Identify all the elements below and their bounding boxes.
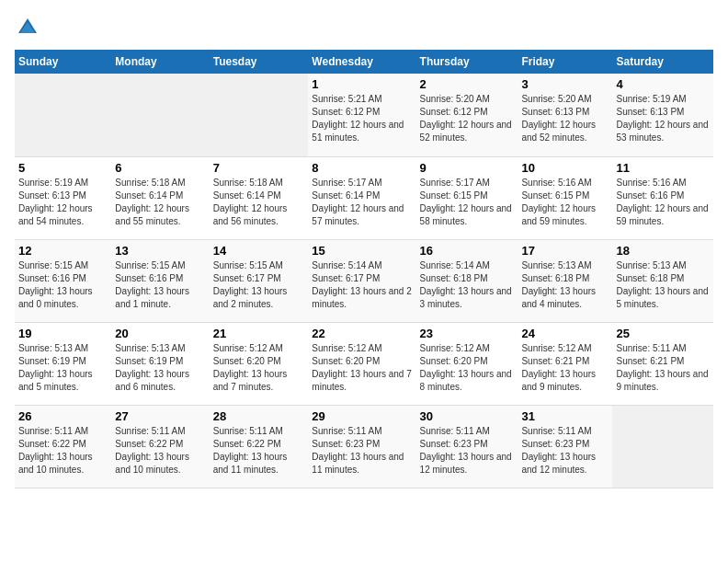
logo-icon <box>15 15 40 40</box>
day-number: 10 <box>521 161 609 175</box>
day-sunrise: Sunrise: 5:11 AMSunset: 6:22 PMDaylight:… <box>115 426 189 475</box>
day-number: 15 <box>312 244 412 258</box>
logo <box>15 15 44 40</box>
day-number: 31 <box>521 409 609 423</box>
day-number: 29 <box>312 409 412 423</box>
calendar-week-row: 19 Sunrise: 5:13 AMSunset: 6:19 PMDaylig… <box>15 322 713 405</box>
day-number: 18 <box>616 244 710 258</box>
day-number: 9 <box>420 161 515 175</box>
calendar-cell: 25 Sunrise: 5:11 AMSunset: 6:21 PMDaylig… <box>612 322 713 405</box>
calendar-week-row: 26 Sunrise: 5:11 AMSunset: 6:22 PMDaylig… <box>15 405 713 488</box>
calendar-week-row: 1 Sunrise: 5:21 AMSunset: 6:12 PMDayligh… <box>15 74 713 156</box>
page-header <box>15 15 713 40</box>
header-friday: Friday <box>518 50 612 74</box>
day-number: 13 <box>115 244 205 258</box>
calendar-cell: 4 Sunrise: 5:19 AMSunset: 6:13 PMDayligh… <box>612 74 713 156</box>
calendar-cell: 21 Sunrise: 5:12 AMSunset: 6:20 PMDaylig… <box>210 322 309 405</box>
calendar-cell: 8 Sunrise: 5:17 AMSunset: 6:14 PMDayligh… <box>308 156 415 239</box>
calendar-cell <box>612 405 713 488</box>
day-number: 22 <box>312 327 412 340</box>
day-sunrise: Sunrise: 5:12 AMSunset: 6:20 PMDaylight:… <box>312 343 411 392</box>
calendar-cell <box>111 74 209 156</box>
day-sunrise: Sunrise: 5:12 AMSunset: 6:21 PMDaylight:… <box>521 343 596 392</box>
day-number: 6 <box>115 161 205 175</box>
calendar-cell: 7 Sunrise: 5:18 AMSunset: 6:14 PMDayligh… <box>210 156 309 239</box>
day-sunrise: Sunrise: 5:12 AMSunset: 6:20 PMDaylight:… <box>213 343 288 392</box>
calendar-cell: 17 Sunrise: 5:13 AMSunset: 6:18 PMDaylig… <box>518 239 612 322</box>
day-sunrise: Sunrise: 5:17 AMSunset: 6:15 PMDaylight:… <box>420 178 512 226</box>
header-monday: Monday <box>111 50 209 74</box>
calendar-cell: 24 Sunrise: 5:12 AMSunset: 6:21 PMDaylig… <box>518 322 612 405</box>
calendar-cell: 16 Sunrise: 5:14 AMSunset: 6:18 PMDaylig… <box>416 239 518 322</box>
calendar-cell: 15 Sunrise: 5:14 AMSunset: 6:17 PMDaylig… <box>308 239 415 322</box>
header-wednesday: Wednesday <box>308 50 415 74</box>
calendar-cell: 23 Sunrise: 5:12 AMSunset: 6:20 PMDaylig… <box>416 322 518 405</box>
day-number: 23 <box>420 327 515 340</box>
day-number: 2 <box>420 77 515 91</box>
day-number: 28 <box>213 409 305 423</box>
day-sunrise: Sunrise: 5:18 AMSunset: 6:14 PMDaylight:… <box>213 178 288 226</box>
day-sunrise: Sunrise: 5:18 AMSunset: 6:14 PMDaylight:… <box>115 178 189 226</box>
day-sunrise: Sunrise: 5:19 AMSunset: 6:13 PMDaylight:… <box>18 178 93 226</box>
day-number: 1 <box>312 77 412 91</box>
day-sunrise: Sunrise: 5:20 AMSunset: 6:13 PMDaylight:… <box>521 94 596 143</box>
calendar-cell: 27 Sunrise: 5:11 AMSunset: 6:22 PMDaylig… <box>111 405 209 488</box>
calendar-cell: 20 Sunrise: 5:13 AMSunset: 6:19 PMDaylig… <box>111 322 209 405</box>
calendar-cell: 12 Sunrise: 5:15 AMSunset: 6:16 PMDaylig… <box>15 239 111 322</box>
day-number: 21 <box>213 327 305 340</box>
calendar-cell: 5 Sunrise: 5:19 AMSunset: 6:13 PMDayligh… <box>15 156 111 239</box>
header-sunday: Sunday <box>15 50 111 74</box>
day-sunrise: Sunrise: 5:15 AMSunset: 6:16 PMDaylight:… <box>115 260 189 309</box>
calendar-cell: 11 Sunrise: 5:16 AMSunset: 6:16 PMDaylig… <box>612 156 713 239</box>
day-sunrise: Sunrise: 5:16 AMSunset: 6:16 PMDaylight:… <box>616 178 708 226</box>
calendar-week-row: 5 Sunrise: 5:19 AMSunset: 6:13 PMDayligh… <box>15 156 713 239</box>
day-sunrise: Sunrise: 5:12 AMSunset: 6:20 PMDaylight:… <box>420 343 512 392</box>
day-sunrise: Sunrise: 5:13 AMSunset: 6:18 PMDaylight:… <box>616 260 708 309</box>
day-sunrise: Sunrise: 5:17 AMSunset: 6:14 PMDaylight:… <box>312 178 404 226</box>
day-sunrise: Sunrise: 5:21 AMSunset: 6:12 PMDaylight:… <box>312 94 404 143</box>
calendar-cell: 1 Sunrise: 5:21 AMSunset: 6:12 PMDayligh… <box>308 74 415 156</box>
calendar-header-row: SundayMondayTuesdayWednesdayThursdayFrid… <box>15 50 713 74</box>
calendar-week-row: 12 Sunrise: 5:15 AMSunset: 6:16 PMDaylig… <box>15 239 713 322</box>
calendar-cell: 2 Sunrise: 5:20 AMSunset: 6:12 PMDayligh… <box>416 74 518 156</box>
calendar-cell: 30 Sunrise: 5:11 AMSunset: 6:23 PMDaylig… <box>416 405 518 488</box>
day-number: 3 <box>521 77 609 91</box>
day-number: 14 <box>213 244 305 258</box>
day-sunrise: Sunrise: 5:11 AMSunset: 6:22 PMDaylight:… <box>213 426 288 475</box>
day-number: 30 <box>420 409 515 423</box>
day-sunrise: Sunrise: 5:13 AMSunset: 6:18 PMDaylight:… <box>521 260 596 309</box>
day-sunrise: Sunrise: 5:13 AMSunset: 6:19 PMDaylight:… <box>115 343 189 392</box>
calendar-table: SundayMondayTuesdayWednesdayThursdayFrid… <box>15 50 713 488</box>
header-tuesday: Tuesday <box>210 50 309 74</box>
calendar-cell: 26 Sunrise: 5:11 AMSunset: 6:22 PMDaylig… <box>15 405 111 488</box>
calendar-cell: 31 Sunrise: 5:11 AMSunset: 6:23 PMDaylig… <box>518 405 612 488</box>
day-sunrise: Sunrise: 5:11 AMSunset: 6:23 PMDaylight:… <box>312 426 404 475</box>
day-sunrise: Sunrise: 5:11 AMSunset: 6:23 PMDaylight:… <box>420 426 512 475</box>
day-sunrise: Sunrise: 5:14 AMSunset: 6:17 PMDaylight:… <box>312 260 411 309</box>
day-sunrise: Sunrise: 5:19 AMSunset: 6:13 PMDaylight:… <box>616 94 708 143</box>
day-number: 19 <box>18 327 108 340</box>
day-number: 11 <box>616 161 710 175</box>
calendar-cell: 13 Sunrise: 5:15 AMSunset: 6:16 PMDaylig… <box>111 239 209 322</box>
day-number: 12 <box>18 244 108 258</box>
calendar-cell: 9 Sunrise: 5:17 AMSunset: 6:15 PMDayligh… <box>416 156 518 239</box>
day-sunrise: Sunrise: 5:13 AMSunset: 6:19 PMDaylight:… <box>18 343 93 392</box>
day-sunrise: Sunrise: 5:15 AMSunset: 6:16 PMDaylight:… <box>18 260 93 309</box>
day-number: 8 <box>312 161 412 175</box>
calendar-cell <box>210 74 309 156</box>
calendar-cell: 22 Sunrise: 5:12 AMSunset: 6:20 PMDaylig… <box>308 322 415 405</box>
day-sunrise: Sunrise: 5:20 AMSunset: 6:12 PMDaylight:… <box>420 94 512 143</box>
calendar-cell: 18 Sunrise: 5:13 AMSunset: 6:18 PMDaylig… <box>612 239 713 322</box>
day-number: 5 <box>18 161 108 175</box>
calendar-cell: 29 Sunrise: 5:11 AMSunset: 6:23 PMDaylig… <box>308 405 415 488</box>
day-number: 25 <box>616 327 710 340</box>
calendar-cell: 3 Sunrise: 5:20 AMSunset: 6:13 PMDayligh… <box>518 74 612 156</box>
calendar-cell: 6 Sunrise: 5:18 AMSunset: 6:14 PMDayligh… <box>111 156 209 239</box>
calendar-cell: 28 Sunrise: 5:11 AMSunset: 6:22 PMDaylig… <box>210 405 309 488</box>
day-number: 27 <box>115 409 205 423</box>
calendar-cell: 10 Sunrise: 5:16 AMSunset: 6:15 PMDaylig… <box>518 156 612 239</box>
calendar-cell: 14 Sunrise: 5:15 AMSunset: 6:17 PMDaylig… <box>210 239 309 322</box>
day-sunrise: Sunrise: 5:11 AMSunset: 6:23 PMDaylight:… <box>521 426 596 475</box>
day-sunrise: Sunrise: 5:14 AMSunset: 6:18 PMDaylight:… <box>420 260 512 309</box>
day-number: 4 <box>616 77 710 91</box>
